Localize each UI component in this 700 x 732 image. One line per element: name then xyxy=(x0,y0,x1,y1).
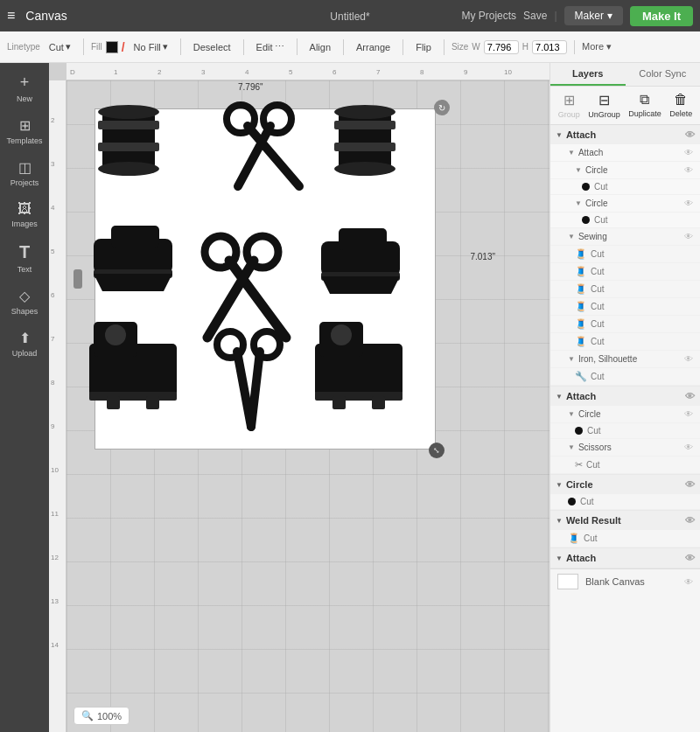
zoom-value: 100% xyxy=(97,711,122,722)
layer-group-attach-3-header[interactable]: ▼ Attach 👁 xyxy=(550,548,700,568)
sidebar-item-upload[interactable]: ⬆ Upload xyxy=(2,323,47,365)
delete-button[interactable]: 🗑 Delete xyxy=(669,92,692,119)
edit-button[interactable]: Edit ⋯ xyxy=(251,38,290,55)
sewing-machine-icon: 🧵 xyxy=(575,248,587,260)
layer-circle-2-cut: Cut xyxy=(550,213,700,228)
width-input[interactable] xyxy=(484,40,519,54)
svg-rect-35 xyxy=(334,143,396,151)
blank-canvas-thumb xyxy=(557,574,578,589)
sidebar-item-images[interactable]: 🖼 Images xyxy=(2,194,47,235)
layer-scissors[interactable]: ▼ Scissors 👁 xyxy=(550,439,700,457)
flip-button[interactable]: Flip xyxy=(410,39,437,55)
svg-text:7: 7 xyxy=(376,68,381,76)
svg-rect-33 xyxy=(339,112,391,169)
visibility-icon[interactable]: 👁 xyxy=(684,354,693,364)
svg-rect-54 xyxy=(107,396,120,409)
layer-iron[interactable]: ▼ Iron, Silhouette 👁 xyxy=(550,351,700,368)
save-button[interactable]: Save xyxy=(523,10,547,22)
right-panel: Layers Color Sync ⊞ Group ⊟ UnGroup ⧉ Du… xyxy=(550,63,700,732)
duplicate-label: Duplicate xyxy=(628,109,662,118)
svg-text:14: 14 xyxy=(51,641,59,649)
svg-point-37 xyxy=(334,162,396,176)
layer-circle-1[interactable]: ▼ Circle 👁 xyxy=(550,162,700,179)
svg-rect-55 xyxy=(146,396,159,409)
visibility-icon[interactable]: 👁 xyxy=(685,479,695,490)
layer-sewing-cut-1: 🧵 Cut xyxy=(550,246,700,263)
sidebar-item-shapes[interactable]: ◇ Shapes xyxy=(2,281,47,323)
layer-sewing-label: Sewing xyxy=(578,232,607,241)
my-projects-link[interactable]: My Projects xyxy=(461,10,516,22)
sidebar-item-new[interactable]: + New xyxy=(2,66,47,110)
layer-iron-cut: 🔧 Cut xyxy=(550,368,700,386)
maker-button[interactable]: Maker ▾ xyxy=(564,6,623,25)
layer-sewing[interactable]: ▼ Sewing 👁 xyxy=(550,228,700,246)
fill-dropdown[interactable]: No Fill ▾ xyxy=(129,38,173,55)
make-it-button[interactable]: Make It xyxy=(630,6,693,26)
canvas-selection[interactable]: 7.796" 7.013" ↻ ⤡ xyxy=(80,94,448,462)
layer-scissors-cut: ✂ Cut xyxy=(550,457,700,474)
visibility-icon[interactable]: 👁 xyxy=(685,129,695,140)
visibility-icon[interactable]: 👁 xyxy=(684,232,693,241)
edit-section: Edit ⋯ xyxy=(251,38,298,55)
menu-icon[interactable]: ≡ xyxy=(7,8,15,24)
sidebar-item-text[interactable]: T Text xyxy=(2,235,47,281)
shapes-icon: ◇ xyxy=(19,288,30,304)
deselect-button[interactable]: Deselect xyxy=(188,39,236,55)
layer-circle-2[interactable]: ▼ Circle 👁 xyxy=(550,195,700,213)
sewing-icons-svg xyxy=(80,94,430,444)
linetype-dropdown[interactable]: Cut ▾ xyxy=(44,38,76,55)
layer-group-circle-header[interactable]: ▼ Circle 👁 xyxy=(550,475,700,494)
visibility-icon[interactable]: 👁 xyxy=(684,165,693,175)
visibility-icon[interactable]: 👁 xyxy=(684,199,693,208)
chevron-down-icon: ▼ xyxy=(556,517,563,525)
visibility-icon[interactable]: 👁 xyxy=(684,409,693,419)
canvas-content[interactable]: 7.796" 7.013" ↻ ⤡ xyxy=(66,80,550,732)
sewing-machine-icon: 🧵 xyxy=(575,266,587,277)
arrange-section: Arrange xyxy=(351,39,403,55)
svg-text:5: 5 xyxy=(51,247,55,255)
zoom-control[interactable]: 🔍 100% xyxy=(74,707,130,725)
main-layout: + New ⊞ Templates ◫ Projects 🖼 Images T … xyxy=(0,63,700,732)
visibility-icon[interactable]: 👁 xyxy=(685,515,695,526)
align-button[interactable]: Align xyxy=(304,39,336,55)
visibility-icon[interactable]: 👁 xyxy=(685,391,695,401)
arrange-button[interactable]: Arrange xyxy=(351,39,396,55)
visibility-icon[interactable]: 👁 xyxy=(685,553,695,563)
canvas-resize-handle[interactable]: ⤡ xyxy=(429,443,444,458)
sidebar-label-shapes: Shapes xyxy=(11,307,38,316)
canvas-rotate-handle[interactable]: ↻ xyxy=(434,100,450,115)
zoom-icon: 🔍 xyxy=(81,710,94,722)
visibility-icon[interactable]: 👁 xyxy=(684,148,693,157)
svg-text:9: 9 xyxy=(464,68,468,76)
tab-layers[interactable]: Layers xyxy=(550,63,626,86)
layer-group-attach-2-header[interactable]: ▼ Attach 👁 xyxy=(550,387,700,406)
layer-group-attach-outer-header[interactable]: ▼ Attach 👁 xyxy=(550,125,700,144)
svg-point-52 xyxy=(105,324,126,345)
layer-group-circle-label: Circle xyxy=(566,479,593,490)
visibility-icon[interactable]: 👁 xyxy=(684,443,693,452)
height-input[interactable] xyxy=(532,40,567,54)
sidebar-item-templates[interactable]: ⊞ Templates xyxy=(2,110,47,152)
group-button[interactable]: ⊞ Group xyxy=(558,92,580,119)
doc-title-container: Untitled* xyxy=(330,9,369,23)
visibility-icon[interactable]: 👁 xyxy=(684,577,693,587)
ungroup-button[interactable]: ⊟ UnGroup xyxy=(588,92,620,119)
sidebar-item-projects[interactable]: ◫ Projects xyxy=(2,152,47,194)
layer-circle-3[interactable]: ▼ Circle 👁 xyxy=(550,406,700,423)
tab-color-sync[interactable]: Color Sync xyxy=(626,63,701,86)
layer-attach-inner-label: Attach xyxy=(578,148,603,157)
svg-text:1: 1 xyxy=(114,68,118,76)
layer-color-dot xyxy=(582,216,590,224)
layer-sewing-cut-5: 🧵 Cut xyxy=(550,316,700,333)
layer-group-weld-header[interactable]: ▼ Weld Result 👁 xyxy=(550,511,700,530)
canvas-area[interactable]: D 1 2 3 4 5 6 7 8 9 10 2 3 4 5 6 7 8 xyxy=(49,63,550,732)
layer-circle-3-label: Circle xyxy=(578,409,601,419)
layer-circle-1-label: Circle xyxy=(585,165,608,175)
layer-attach-inner-header[interactable]: ▼ Attach 👁 xyxy=(550,144,700,162)
svg-rect-25 xyxy=(98,121,159,129)
duplicate-button[interactable]: ⧉ Duplicate xyxy=(628,92,662,119)
more-button[interactable]: More ▾ xyxy=(582,41,612,52)
layer-group-attach-inner: ▼ Attach 👁 ▼ Circle 👁 Cut ▼ Circle xyxy=(550,144,700,228)
layer-group-circle: ▼ Circle 👁 Cut xyxy=(550,475,700,511)
chevron-down-icon: ▼ xyxy=(575,166,582,174)
